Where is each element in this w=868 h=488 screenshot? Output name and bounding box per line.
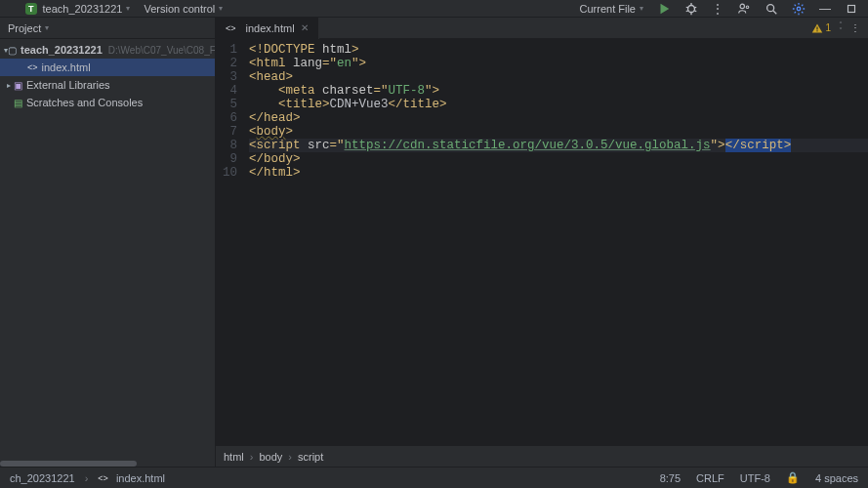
more-icon[interactable]: ⋮: [850, 22, 860, 33]
tab-label: index.html: [246, 22, 295, 34]
chevron-down-icon[interactable]: ▾: [126, 4, 130, 13]
tree-external-libraries[interactable]: ▸ ▣ External Libraries: [0, 76, 215, 94]
svg-rect-14: [817, 30, 818, 31]
chevron-right-icon: ›: [85, 472, 89, 484]
tree-root[interactable]: ▾ ▢ teach_20231221 D:\Web\C07_Vue\C08_Fr…: [0, 41, 215, 59]
svg-point-0: [688, 5, 695, 12]
bc-item[interactable]: body: [259, 451, 282, 463]
svg-rect-13: [817, 26, 818, 29]
close-icon[interactable]: ✕: [301, 22, 309, 33]
svg-line-4: [694, 7, 697, 8]
chevron-right-icon[interactable]: ▸: [4, 81, 14, 90]
folder-icon: ▢: [8, 45, 17, 56]
status-position[interactable]: 8:75: [660, 472, 681, 484]
html-file-icon: <>: [226, 23, 236, 33]
svg-line-6: [694, 10, 697, 11]
status-line-sep[interactable]: CRLF: [696, 472, 724, 484]
chevron-right-icon: ›: [250, 451, 254, 463]
chevron-right-icon: ›: [288, 451, 292, 463]
html-file-icon: <>: [27, 62, 38, 72]
settings-icon[interactable]: [792, 2, 806, 16]
run-icon[interactable]: [657, 2, 671, 16]
run-config-label[interactable]: Current File ▾: [580, 3, 643, 15]
search-icon[interactable]: [765, 2, 778, 16]
breadcrumb[interactable]: html › body › script: [216, 445, 868, 467]
tree-scratches[interactable]: ▤ Scratches and Consoles: [0, 94, 215, 111]
svg-line-5: [686, 10, 689, 11]
svg-point-11: [797, 7, 801, 11]
status-indent[interactable]: 4 spaces: [815, 472, 858, 484]
svg-point-9: [767, 4, 774, 11]
tab-index-html[interactable]: <> index.html ✕: [216, 18, 319, 39]
library-icon: ▣: [14, 80, 22, 91]
project-scrollbar[interactable]: [0, 461, 215, 467]
project-name[interactable]: teach_20231221: [43, 3, 123, 15]
bc-item[interactable]: html: [224, 451, 244, 463]
restore-icon[interactable]: [845, 2, 858, 16]
more-actions-icon[interactable]: ⋮: [712, 2, 723, 16]
minimize-icon[interactable]: —: [819, 2, 831, 16]
line-gutter: 1 2 3 4 5 6 7 8 9 10: [216, 39, 243, 445]
scratches-icon: ▤: [14, 98, 22, 108]
svg-point-8: [746, 5, 749, 8]
project-panel-header[interactable]: Project ▾: [0, 18, 215, 39]
bc-item[interactable]: script: [298, 451, 323, 463]
svg-line-3: [686, 7, 689, 8]
status-project[interactable]: ch_20231221: [10, 472, 75, 484]
svg-point-7: [740, 4, 744, 8]
debug-icon[interactable]: [684, 2, 698, 16]
warnings-indicator[interactable]: 1: [811, 22, 831, 34]
status-encoding[interactable]: UTF-8: [740, 472, 770, 484]
code-editor[interactable]: 1 2 3 4 5 6 7 8 9 10 <!DOCTYPE html> <ht…: [216, 39, 868, 445]
tree-file-index[interactable]: <> index.html: [0, 59, 215, 76]
main-menu-icon[interactable]: [6, 2, 20, 16]
version-control-menu[interactable]: Version control: [144, 3, 215, 15]
project-badge: T: [25, 3, 37, 15]
project-tree: ▾ ▢ teach_20231221 D:\Web\C07_Vue\C08_Fr…: [0, 39, 215, 113]
readonly-lock-icon[interactable]: 🔒: [786, 471, 800, 484]
svg-rect-12: [848, 5, 855, 12]
chevron-down-icon[interactable]: ▾: [219, 4, 223, 13]
html-file-icon: <>: [98, 473, 108, 483]
navigate-up-down-icon[interactable]: ˄˅: [839, 22, 843, 34]
status-file[interactable]: index.html: [116, 472, 165, 484]
code-with-me-icon[interactable]: [737, 2, 751, 16]
svg-line-10: [773, 10, 777, 14]
